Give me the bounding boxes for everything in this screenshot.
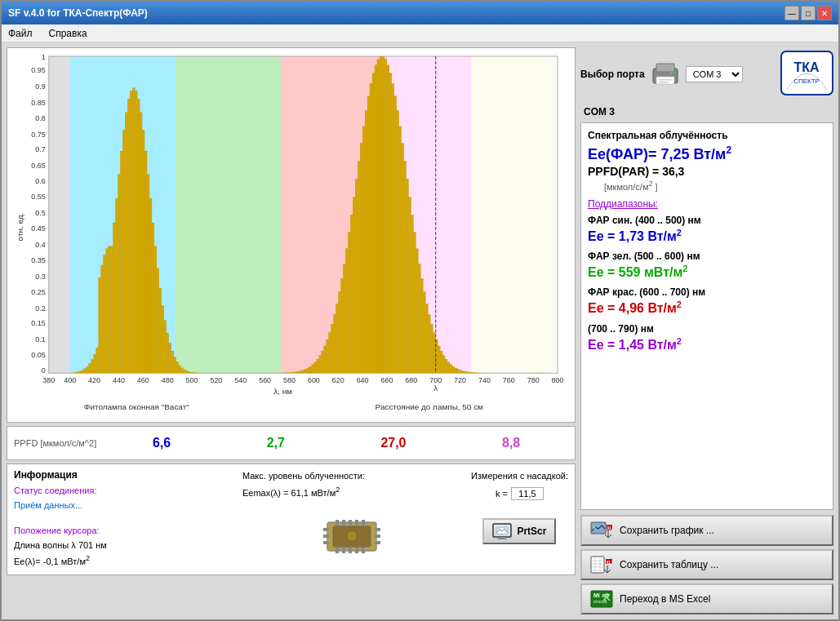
minimize-button[interactable]: —	[784, 6, 799, 20]
info-status-label: Статус соединения:	[14, 484, 233, 499]
svg-text:0.1: 0.1	[35, 335, 45, 344]
maximize-button[interactable]: □	[801, 6, 816, 20]
svg-text:460: 460	[137, 376, 149, 384]
svg-text:780: 780	[527, 376, 540, 384]
svg-rect-86	[127, 99, 130, 373]
svg-text:380: 380	[42, 376, 55, 384]
svg-rect-84	[122, 130, 125, 373]
svg-text:800: 800	[552, 376, 564, 384]
svg-line-321	[604, 570, 607, 573]
svg-text:0.25: 0.25	[31, 288, 45, 296]
svg-text:700: 700	[429, 376, 442, 384]
svg-rect-64	[74, 372, 77, 373]
svg-rect-94	[147, 174, 149, 373]
svg-rect-88	[132, 88, 135, 373]
svg-rect-112	[190, 372, 193, 373]
svg-rect-92	[142, 130, 144, 373]
svg-rect-218	[447, 362, 450, 373]
svg-text:0.15: 0.15	[31, 320, 45, 328]
svg-rect-297	[659, 82, 669, 83]
menu-help[interactable]: Справка	[46, 27, 91, 40]
svg-rect-208	[423, 292, 425, 374]
svg-rect-156	[297, 371, 300, 373]
svg-text:СПЕКТР: СПЕКТР	[793, 78, 820, 85]
svg-rect-177	[348, 233, 350, 374]
svg-rect-77	[106, 249, 109, 374]
svg-text:0.6: 0.6	[35, 177, 45, 185]
svg-rect-97	[154, 246, 157, 373]
svg-rect-106	[176, 362, 179, 374]
svg-rect-209	[425, 304, 428, 373]
chip-icon	[323, 518, 380, 555]
svg-rect-191	[382, 56, 384, 373]
svg-rect-0	[49, 56, 70, 373]
svg-text:Фитолампа оконная "Васат": Фитолампа оконная "Васат"	[84, 402, 189, 411]
svg-rect-228	[472, 373, 474, 374]
prtscr-button[interactable]: PrtScr	[482, 518, 556, 544]
svg-rect-192	[384, 60, 387, 373]
prtscr-label: PrtScr	[517, 526, 546, 537]
svg-rect-104	[171, 351, 174, 373]
range1-ee: Ее = 1,73 Вт/м2	[588, 228, 826, 244]
svg-text:620: 620	[332, 376, 344, 384]
excel-button[interactable]: Mi cros oft oft Переход в MS Excel	[580, 583, 833, 614]
svg-rect-187	[372, 73, 375, 374]
svg-text:680: 680	[405, 376, 417, 384]
port-select[interactable]: COM 3 COM 1 COM 2 COM 4	[686, 66, 743, 82]
svg-rect-197	[397, 110, 399, 373]
svg-rect-164	[317, 359, 319, 373]
k-input[interactable]	[511, 487, 544, 500]
svg-text:0.95: 0.95	[31, 66, 45, 74]
ppfd-red-value: 27,0	[380, 436, 406, 450]
save-table-icon: XLS	[590, 556, 613, 574]
svg-rect-67	[82, 370, 84, 374]
svg-text:0.35: 0.35	[31, 256, 45, 264]
info-wavelength: Длина волны λ 701 нм	[14, 539, 233, 553]
svg-rect-103	[169, 343, 171, 373]
svg-rect-289	[499, 537, 505, 539]
svg-rect-290	[497, 539, 507, 539]
save-table-label: Сохранить таблицу ...	[620, 559, 718, 570]
svg-text:XLS: XLS	[607, 560, 614, 565]
port-label: Выбор порта	[580, 69, 645, 80]
svg-rect-277	[349, 548, 352, 553]
svg-rect-93	[144, 151, 147, 373]
svg-text:420: 420	[88, 376, 100, 384]
action-buttons: XLS Сохранить график ...	[580, 515, 833, 614]
save-table-button[interactable]: XLS Сохранить таблицу ...	[580, 549, 833, 580]
svg-rect-157	[300, 371, 302, 374]
svg-text:0.9: 0.9	[35, 82, 45, 91]
left-panel: 0 0.05 0.1 0.15 0.2 0.25 0.3 0.35 0.4 0.…	[7, 47, 576, 614]
svg-text:0.4: 0.4	[35, 241, 45, 249]
svg-rect-155	[295, 372, 297, 373]
close-button[interactable]: ✕	[817, 6, 832, 20]
svg-rect-167	[324, 346, 327, 373]
svg-rect-229	[474, 373, 477, 374]
svg-rect-206	[418, 264, 420, 373]
svg-point-303	[593, 526, 595, 528]
svg-text:0.2: 0.2	[35, 304, 45, 313]
svg-rect-282	[323, 541, 329, 544]
save-graph-button[interactable]: XLS Сохранить график ...	[580, 515, 833, 546]
svg-line-309	[605, 535, 608, 538]
info-col-mid: Макс. уровень облученности: Eemax(λ) = 6…	[242, 469, 461, 555]
svg-rect-278	[355, 548, 358, 553]
svg-text:отн. ед.: отн. ед.	[16, 213, 24, 242]
ppfd-green-value: 2,7	[267, 436, 285, 450]
svg-rect-169	[329, 332, 331, 373]
svg-rect-165	[319, 356, 322, 374]
excel-icon: Mi cros oft oft	[590, 590, 613, 608]
save-graph-label: Сохранить график ...	[620, 525, 714, 536]
svg-rect-296	[659, 79, 672, 81]
svg-line-308	[608, 535, 611, 538]
svg-rect-183	[362, 126, 365, 373]
svg-rect-285	[375, 541, 380, 544]
svg-text:0.45: 0.45	[31, 224, 45, 233]
menu-file[interactable]: Файл	[5, 27, 36, 40]
chart-container: 0 0.05 0.1 0.15 0.2 0.25 0.3 0.35 0.4 0.…	[7, 47, 576, 423]
svg-rect-80	[113, 223, 115, 373]
svg-rect-89	[135, 91, 137, 373]
svg-rect-210	[428, 315, 430, 374]
range2-title: ФАР зел. (500 .. 600) нм	[588, 251, 826, 262]
svg-rect-95	[149, 198, 152, 373]
